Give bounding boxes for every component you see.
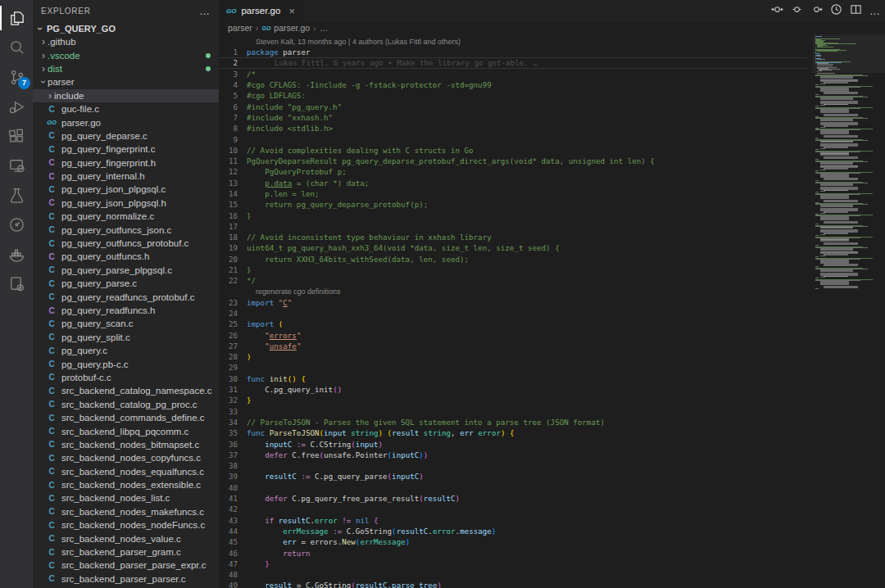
todo-settings-icon[interactable] [0, 269, 33, 298]
tree-item-src_backend_catalog_pg_proc.c[interactable]: Csrc_backend_catalog_pg_proc.c [33, 398, 219, 411]
code-line-24[interactable]: 24 [219, 308, 807, 319]
tree-item-pg_query_readfuncs_protobuf.c[interactable]: Cpg_query_readfuncs_protobuf.c [33, 290, 219, 303]
breadcrumb-folder[interactable]: parser [228, 23, 252, 33]
code-line-35[interactable]: 35func ParseToJSON(input string) (result… [219, 427, 807, 438]
toggle-file-heatmap-icon[interactable] [791, 3, 803, 19]
tree-item-pg_query_normalize.c[interactable]: Cpg_query_normalize.c [33, 210, 219, 223]
code-editor[interactable]: Steven Kalt, 13 months ago | 4 authors (… [219, 34, 885, 588]
code-line-10[interactable]: 10// Avoid complexities dealing with C s… [219, 145, 807, 156]
code-line-8[interactable]: 8#include <stdlib.h> [219, 123, 807, 133]
tree-item-pg_query_internal.h[interactable]: Cpg_query_internal.h [33, 170, 219, 183]
code-line-28[interactable]: 28) [219, 351, 807, 362]
code-line-20[interactable]: 20 return XXH3_64bits_withSeed(data, len… [219, 254, 807, 265]
breadcrumb-symbol[interactable]: … [320, 23, 329, 33]
code-line-46[interactable]: 46 return [219, 547, 807, 558]
code-line-17[interactable]: 17 [219, 221, 807, 232]
toggle-file-blame-icon[interactable] [771, 3, 783, 19]
tree-item-pg_query_parse.c[interactable]: Cpg_query_parse.c [33, 277, 219, 290]
more-actions-icon[interactable]: … [869, 5, 880, 17]
tree-item-pg_query_scan.c[interactable]: Cpg_query_scan.c [33, 317, 219, 330]
tree-item-pg_query_parse_plpgsql.c[interactable]: Cpg_query_parse_plpgsql.c [33, 264, 219, 277]
codelens-go[interactable]: regenerate cgo definitions [219, 287, 807, 297]
code-line-1[interactable]: 1package parser [219, 47, 807, 57]
tree-item-pg_query_outfuncs.h[interactable]: Cpg_query_outfuncs.h [33, 250, 219, 263]
code-line-23[interactable]: 23import "C" [219, 297, 807, 308]
tab-parser-go[interactable]: GO parser.go × [219, 0, 303, 21]
code-line-38[interactable]: 38 [219, 460, 807, 471]
code-line-2[interactable]: 2Lukas Fittl, 6 years ago • Make the lib… [219, 57, 807, 68]
tree-item-pg_query_readfuncs.h[interactable]: Cpg_query_readfuncs.h [33, 304, 219, 317]
code-line-44[interactable]: 44 errMessage := C.GoString(resultC.erro… [219, 526, 807, 536]
tree-item-parser.go[interactable]: GOparser.go [33, 115, 219, 129]
code-line-40[interactable]: 40 [219, 482, 807, 493]
split-editor-icon[interactable] [850, 3, 862, 19]
codelens-blame[interactable]: Steven Kalt, 13 months ago | 4 authors (… [219, 36, 807, 47]
more-actions-icon[interactable]: … [199, 5, 211, 17]
tree-item-src_backend_libpq_pqcomm.c[interactable]: Csrc_backend_libpq_pqcomm.c [33, 424, 219, 437]
code-line-26[interactable]: 26 "errors" [219, 329, 807, 340]
tree-item-src_backend_catalog_namespace.c[interactable]: Csrc_backend_catalog_namespace.c [33, 384, 219, 397]
tree-item-parser[interactable]: ›parser [33, 75, 219, 88]
code-line-30[interactable]: 30func init() { [219, 373, 807, 384]
code-lines[interactable]: Steven Kalt, 13 months ago | 4 authors (… [219, 34, 807, 588]
code-line-45[interactable]: 45 err = errors.New(errMessage) [219, 536, 807, 547]
tree-item-src_backend_nodes_copyfuncs.c[interactable]: Csrc_backend_nodes_copyfuncs.c [33, 451, 219, 464]
tree-item-pg_query.pb-c.c[interactable]: Cpg_query.pb-c.c [33, 357, 219, 370]
tree-item-pg_query_fingerprint.c[interactable]: Cpg_query_fingerprint.c [33, 142, 219, 156]
code-line-4[interactable]: 4#cgo CFLAGS: -Iinclude -g -fstack-prote… [219, 79, 807, 90]
tree-item-src_backend_nodes_value.c[interactable]: Csrc_backend_nodes_value.c [33, 531, 219, 545]
code-line-16[interactable]: 16} [219, 210, 807, 220]
code-line-29[interactable]: 29 [219, 362, 807, 373]
code-line-25[interactable]: 25import ( [219, 319, 807, 329]
code-line-15[interactable]: 15 return pg_query_deparse_protobuf(p); [219, 199, 807, 210]
code-line-13[interactable]: 13 p.data = (char *) data; [219, 178, 807, 188]
tree-item-guc-file.c[interactable]: Cguc-file.c [33, 102, 219, 115]
code-line-14[interactable]: 14 p.len = len; [219, 188, 807, 199]
source-control-icon[interactable]: 7 [0, 62, 33, 92]
code-line-43[interactable]: 43 if resultC.error != nil { [219, 514, 807, 525]
file-history-icon[interactable] [830, 3, 842, 19]
gitlens-icon[interactable] [0, 210, 33, 239]
code-line-3[interactable]: 3/* [219, 69, 807, 79]
project-root-row[interactable]: › PG_QUERY_GO [33, 21, 219, 35]
breadcrumb[interactable]: parser › GO parser.go › … [219, 21, 885, 34]
extensions-icon[interactable] [0, 121, 33, 151]
code-line-21[interactable]: 21} [219, 265, 807, 275]
code-line-48[interactable]: 48 [219, 569, 807, 580]
tree-item-dist[interactable]: ›dist [33, 62, 219, 75]
toggle-file-changes-icon[interactable] [810, 3, 823, 19]
code-line-37[interactable]: 37 defer C.free(unsafe.Pointer(inputC)) [219, 450, 807, 460]
tree-item-pg_query_fingerprint.h[interactable]: Cpg_query_fingerprint.h [33, 156, 219, 170]
close-icon[interactable]: × [288, 5, 295, 17]
tree-item-pg_query_outfuncs_protobuf.c[interactable]: Cpg_query_outfuncs_protobuf.c [33, 237, 219, 250]
code-line-12[interactable]: 12 PgQueryProtobuf p; [219, 166, 807, 177]
code-line-22[interactable]: 22*/ [219, 275, 807, 286]
code-line-5[interactable]: 5#cgo LDFLAGS: [219, 90, 807, 101]
tree-item-.github[interactable]: ›.github [33, 35, 219, 48]
tree-item-src_backend_nodes_extensible.c[interactable]: Csrc_backend_nodes_extensible.c [33, 478, 219, 491]
code-line-31[interactable]: 31 C.pg_query_init() [219, 384, 807, 395]
tree-item-pg_query.c[interactable]: Cpg_query.c [33, 344, 219, 357]
code-line-11[interactable]: 11PgQueryDeparseResult pg_query_deparse_… [219, 156, 807, 166]
tree-item-src_backend_parser_parse_expr.c[interactable]: Csrc_backend_parser_parse_expr.c [33, 559, 219, 572]
code-line-18[interactable]: 18// Avoid inconsistent type behaviour i… [219, 232, 807, 242]
tree-item-src_backend_commands_define.c[interactable]: Csrc_backend_commands_define.c [33, 411, 219, 424]
tree-item-pg_query_json_plpgsql.h[interactable]: Cpg_query_json_plpgsql.h [33, 197, 219, 210]
code-line-32[interactable]: 32} [219, 395, 807, 405]
tree-item-src_backend_nodes_list.c[interactable]: Csrc_backend_nodes_list.c [33, 491, 219, 504]
tree-item-src_backend_parser_gram.c[interactable]: Csrc_backend_parser_gram.c [33, 545, 219, 559]
code-line-7[interactable]: 7#include "xxhash.h" [219, 112, 807, 123]
tree-item-.vscode[interactable]: ›.vscode [33, 48, 219, 61]
tree-item-protobuf-c.c[interactable]: Cprotobuf-c.c [33, 371, 219, 384]
tree-item-src_backend_parser_parser.c[interactable]: Csrc_backend_parser_parser.c [33, 572, 219, 586]
minimap[interactable] [813, 34, 885, 588]
tree-item-pg_query_json_plpgsql.c[interactable]: Cpg_query_json_plpgsql.c [33, 183, 219, 196]
breadcrumb-file[interactable]: parser.go [274, 23, 310, 33]
code-line-36[interactable]: 36 inputC := C.CString(input) [219, 438, 807, 449]
run-debug-icon[interactable] [0, 92, 33, 121]
remote-explorer-icon[interactable] [0, 151, 33, 180]
tree-item-pg_query_outfuncs_json.c[interactable]: Cpg_query_outfuncs_json.c [33, 223, 219, 236]
code-line-47[interactable]: 47 } [219, 559, 807, 569]
code-line-6[interactable]: 6#include "pg_query.h" [219, 101, 807, 111]
minimap-slider[interactable] [813, 34, 885, 73]
